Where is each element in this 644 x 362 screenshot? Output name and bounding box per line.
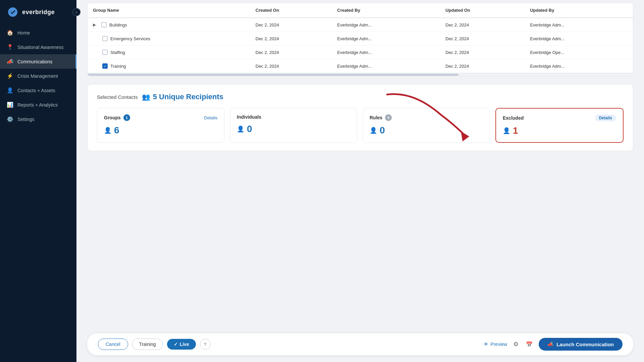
launch-label: Launch Communication xyxy=(556,342,614,347)
horizontal-scrollbar[interactable] xyxy=(88,73,633,76)
group-name-cell: Staffing xyxy=(88,46,250,59)
col-header-created-on: Created On xyxy=(250,3,332,18)
live-label: Live xyxy=(180,342,189,347)
excluded-details-link[interactable]: Details xyxy=(595,115,616,121)
crisis-management-icon: ⚡ xyxy=(7,73,13,79)
groups-count-value: 6 xyxy=(114,125,119,136)
rules-title: Rules xyxy=(370,115,382,120)
contacts-assets-icon: 👤 xyxy=(7,87,13,94)
rules-badge: 0 xyxy=(385,114,392,121)
calendar-toolbar-button[interactable]: 📅 xyxy=(525,340,534,349)
sidebar-item-communications[interactable]: 📣 Communications xyxy=(0,54,76,69)
individuals-title: Individuals xyxy=(237,114,261,120)
sidebar-item-reports-analytics[interactable]: 📊 Reports + Analytics xyxy=(0,98,76,112)
groups-badge: 1 xyxy=(123,114,130,121)
sidebar-item-home[interactable]: 🏠 Home xyxy=(0,25,76,40)
created-on: Dec 2, 2024 xyxy=(250,59,332,73)
sidebar-item-situational-awareness[interactable]: 📍 Situational Awareness xyxy=(0,40,76,54)
home-icon: 🏠 xyxy=(7,29,13,36)
preview-label: Preview xyxy=(490,342,507,347)
toolbar-right: 👁 Preview ⚙ 📅 📣 Launch Communication xyxy=(484,338,623,351)
groups-title: Groups xyxy=(104,115,121,120)
created-by: Everbridge Adm... xyxy=(332,59,440,73)
group-name-cell: Emergency Services xyxy=(88,32,250,46)
home-label: Home xyxy=(17,30,30,36)
preview-button[interactable]: 👁 Preview xyxy=(484,342,507,347)
excluded-title: Excluded xyxy=(503,115,524,121)
groups-count: 👤6 xyxy=(104,125,217,136)
sidebar-item-crisis-management[interactable]: ⚡ Crisis Management xyxy=(0,69,76,83)
row-checkbox[interactable] xyxy=(102,36,108,41)
row-checkbox[interactable] xyxy=(101,22,107,27)
table-row: ▶BuildingsDec 2, 2024Everbridge Adm...De… xyxy=(88,18,633,32)
updated-by: Everbridge Adm... xyxy=(525,59,633,73)
sidebar-collapse-button[interactable]: « xyxy=(72,8,80,16)
card-rules: Rules0👤0 xyxy=(363,108,490,143)
group-name-text: Staffing xyxy=(110,50,125,55)
individuals-person-icon: 👤 xyxy=(237,125,244,133)
updated-on: Dec 2, 2024 xyxy=(440,18,525,32)
sidebar: everbridge « 🏠 Home 📍 Situational Awaren… xyxy=(0,0,76,362)
rules-count-value: 0 xyxy=(380,125,385,136)
logo-text: everbridge xyxy=(22,9,55,16)
col-header-updated-by: Updated By xyxy=(525,3,633,18)
group-name-text: Emergency Services xyxy=(110,36,150,41)
excluded-person-icon: 👤 xyxy=(503,127,510,134)
col-header-group-name: Group Name xyxy=(88,3,250,18)
help-button[interactable]: ? xyxy=(200,339,211,350)
situational-awareness-icon: 📍 xyxy=(7,44,13,50)
table-row: StaffingDec 2, 2024Everbridge Adm...Dec … xyxy=(88,46,633,59)
sidebar-item-contacts-assets[interactable]: 👤 Contacts + Assets xyxy=(0,83,76,98)
rules-count: 👤0 xyxy=(370,125,483,136)
row-checkbox[interactable] xyxy=(102,50,108,55)
created-by: Everbridge Adm... xyxy=(332,32,440,46)
card-individuals: Individuals👤0 xyxy=(230,108,357,143)
contacts-assets-label: Contacts + Assets xyxy=(17,88,55,93)
updated-by: Everbridge Adm... xyxy=(525,18,633,32)
selected-contacts-label: Selected Contacts xyxy=(97,94,138,100)
scrollbar-thumb[interactable] xyxy=(88,74,459,76)
excluded-count: 👤1 xyxy=(503,125,616,136)
unique-recipients-display: 👥 5 Unique Recipients xyxy=(142,93,223,101)
col-header-updated-on: Updated On xyxy=(440,3,525,18)
col-header-created-by: Created By xyxy=(332,3,440,18)
individuals-count-value: 0 xyxy=(247,124,252,134)
groups-table-container: Group NameCreated OnCreated ByUpdated On… xyxy=(87,3,633,76)
contact-cards-wrapper: Groups1Details👤6Individuals👤0Rules0👤0Exc… xyxy=(97,108,624,143)
situational-awareness-label: Situational Awareness xyxy=(17,45,64,50)
selected-contacts-header: Selected Contacts 👥 5 Unique Recipients xyxy=(97,93,624,101)
settings-label: Settings xyxy=(17,117,35,122)
launch-communication-button[interactable]: 📣 Launch Communication xyxy=(539,338,623,351)
recipients-person-icon: 👥 xyxy=(142,93,150,101)
settings-toolbar-button[interactable]: ⚙ xyxy=(512,339,520,349)
sidebar-item-settings[interactable]: ⚙️ Settings xyxy=(0,112,76,126)
table-row: ✓TrainingDec 2, 2024Everbridge Adm...Dec… xyxy=(88,59,633,73)
logo: everbridge xyxy=(0,0,76,25)
cancel-button[interactable]: Cancel xyxy=(98,339,128,350)
updated-by: Everbridge Adm... xyxy=(525,32,633,46)
communications-label: Communications xyxy=(17,59,52,64)
updated-on: Dec 2, 2024 xyxy=(440,46,525,59)
settings-icon: ⚙️ xyxy=(7,116,13,122)
card-excluded: ExcludedDetails👤1 xyxy=(495,108,624,143)
card-groups: Groups1Details👤6 xyxy=(97,108,224,143)
preview-eye-icon: 👁 xyxy=(484,342,488,347)
row-checkbox[interactable]: ✓ xyxy=(102,63,108,69)
content-area: Group NameCreated OnCreated ByUpdated On… xyxy=(76,0,644,327)
everbridge-logo-icon xyxy=(7,6,19,18)
created-by: Everbridge Adm... xyxy=(332,18,440,32)
reports-analytics-label: Reports + Analytics xyxy=(17,102,58,108)
live-button[interactable]: ✓ Live xyxy=(167,339,196,350)
checkmark-icon: ✓ xyxy=(174,342,178,347)
reports-analytics-icon: 📊 xyxy=(7,102,13,108)
expand-button[interactable]: ▶ xyxy=(93,22,96,27)
groups-details-link[interactable]: Details xyxy=(204,115,217,120)
created-on: Dec 2, 2024 xyxy=(250,46,332,59)
table-row: Emergency ServicesDec 2, 2024Everbridge … xyxy=(88,32,633,46)
created-on: Dec 2, 2024 xyxy=(250,32,332,46)
contact-cards-row: Groups1Details👤6Individuals👤0Rules0👤0Exc… xyxy=(97,108,624,143)
excluded-count-value: 1 xyxy=(513,125,518,136)
updated-on: Dec 2, 2024 xyxy=(440,59,525,73)
created-by: Everbridge Adm... xyxy=(332,46,440,59)
training-button[interactable]: Training xyxy=(132,339,163,350)
